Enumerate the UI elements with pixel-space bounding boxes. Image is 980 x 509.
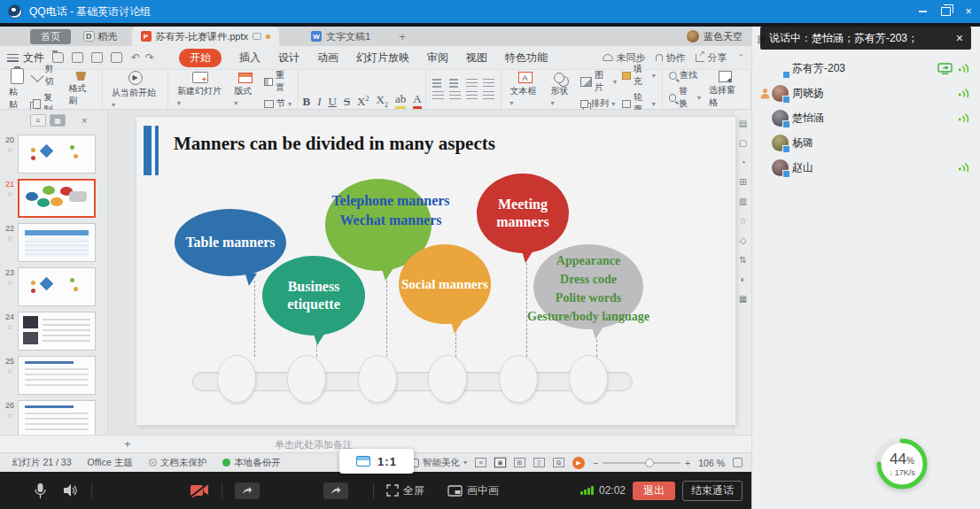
bullets-icon[interactable] (432, 79, 441, 88)
exit-button[interactable]: 退出 (633, 482, 675, 500)
panel-tool-icon[interactable]: ◐ (740, 274, 745, 284)
reading-view-icon[interactable]: ▯ (533, 458, 545, 467)
slide-thumbnail-row[interactable]: 20☆ (2, 135, 104, 174)
notes-view-icon[interactable]: ≡ (475, 458, 486, 467)
member-row[interactable]: 苏有芳-203 (752, 57, 980, 80)
replace-button[interactable]: 替换 ▾ (669, 85, 701, 110)
slideshow-play-button[interactable]: ▶ (572, 457, 585, 469)
arrange-button[interactable]: 排列 ▾ (580, 97, 617, 110)
ribbon-tab-review[interactable]: 审阅 (427, 50, 448, 66)
play-from-current-button[interactable]: ▶从当前开始 ▾ (109, 71, 161, 109)
microphone-button[interactable] (34, 482, 47, 499)
docer-tab[interactable]: D 稻壳 (83, 30, 118, 43)
theme-name[interactable]: Office 主题 (88, 457, 133, 469)
member-row[interactable]: 楚怡涵 (752, 106, 980, 129)
account-area[interactable]: 蓝色天空 (687, 30, 743, 43)
slide-canvas[interactable]: Manners can be divided in many aspects T… (136, 117, 735, 425)
section-button[interactable]: 节 ▾ (264, 97, 292, 110)
slide-thumbnail-row[interactable]: 26☆ (2, 400, 104, 435)
increase-indent-icon[interactable] (483, 79, 494, 88)
justify-icon[interactable] (483, 91, 494, 100)
smart-beautify-button[interactable]: 智能美化 ▾ (410, 457, 467, 469)
slide-thumbnail-row[interactable]: 24☆ (2, 312, 104, 351)
thumbnail-view-toggle[interactable]: ▦ (50, 114, 66, 127)
ribbon-tab-home[interactable]: 开始 (179, 49, 222, 67)
subscript-button[interactable]: X2 (377, 93, 388, 109)
panel-tool-icon[interactable]: ◇ (740, 235, 747, 245)
paste-button[interactable]: 粘贴 (6, 68, 27, 111)
slide-thumbnail-row[interactable]: 23☆ (2, 267, 104, 306)
restore-button[interactable] (934, 0, 957, 23)
underline-button[interactable]: U (328, 95, 336, 109)
share-button[interactable]: 分享 (696, 51, 727, 65)
share-window-button[interactable] (323, 482, 348, 499)
new-tab-button[interactable]: + (399, 30, 406, 43)
document-tab-2[interactable]: W 文字文稿1 (302, 27, 379, 46)
text-box-button[interactable]: A文本框 ▾ (508, 72, 543, 107)
end-call-button[interactable]: 结束通话 (682, 481, 743, 501)
toast-close-icon[interactable]: × (956, 31, 963, 45)
align-right-icon[interactable] (466, 91, 478, 100)
member-row[interactable]: 杨璐 (752, 131, 980, 154)
fit-to-window-icon[interactable] (733, 458, 743, 467)
slide-22-thumbnail[interactable] (18, 223, 96, 262)
format-painter-button[interactable]: 格式刷 (66, 72, 97, 107)
panel-tool-icon[interactable]: ⇅ (739, 255, 746, 265)
panel-tool-icon[interactable]: ▥ (739, 197, 747, 206)
pip-button[interactable]: 画中画 (447, 483, 499, 498)
slide-thumbnail-row[interactable]: 25☆ (2, 356, 104, 395)
member-row[interactable]: 赵山 (752, 156, 980, 179)
panel-tool-icon[interactable]: ▢ (739, 138, 747, 148)
highlight-color-button[interactable]: ab (395, 92, 406, 109)
zoom-knob[interactable] (645, 459, 654, 467)
find-button[interactable]: 查找 (669, 69, 701, 81)
preview-icon[interactable] (111, 52, 122, 63)
panel-close-icon[interactable]: × (82, 115, 87, 126)
slide-20-thumbnail[interactable] (18, 135, 96, 174)
minimize-button[interactable] (911, 0, 934, 23)
panel-tool-icon[interactable]: ⊞ (739, 177, 746, 187)
layout-button[interactable]: 版式 ▾ (231, 73, 259, 107)
collapse-ribbon-icon[interactable]: ⌃ (737, 53, 744, 62)
close-button[interactable]: × (957, 0, 980, 23)
align-left-icon[interactable] (432, 91, 444, 100)
zoom-slider[interactable]: −+ (593, 458, 690, 468)
panel-tool-icon[interactable]: ☆ (739, 216, 747, 226)
panel-tool-icon[interactable]: ▤ (739, 119, 747, 128)
print-icon[interactable] (91, 52, 103, 63)
fill-button[interactable]: 填充 ▾ (622, 63, 656, 88)
ribbon-tab-view[interactable]: 视图 (466, 50, 487, 66)
speaker-button[interactable] (63, 483, 79, 497)
ribbon-tab-animation[interactable]: 动画 (317, 50, 338, 66)
slide-sorter-icon[interactable]: ⊞ (514, 458, 525, 467)
panel-tool-icon[interactable]: ◔ (740, 158, 745, 167)
member-row[interactable]: 周晓扬 (752, 81, 980, 104)
shapes-button[interactable]: 形状 ▾ (548, 73, 576, 107)
align-center-icon[interactable] (449, 91, 461, 100)
slide-21-thumbnail[interactable] (18, 179, 96, 218)
ribbon-tab-insert[interactable]: 插入 (239, 50, 261, 66)
ribbon-tab-design[interactable]: 设计 (278, 50, 299, 66)
outline-view-toggle[interactable]: ≡ (30, 114, 46, 127)
save-icon[interactable] (72, 52, 83, 63)
wps-home-button[interactable]: 首页 (30, 29, 71, 44)
decrease-indent-icon[interactable] (466, 79, 478, 88)
picture-button[interactable]: 图片 ▾ (580, 69, 617, 94)
cut-button[interactable]: 剪切 (33, 63, 60, 88)
selection-pane-button[interactable]: 选择窗格 (706, 71, 744, 109)
scale-indicator-pill[interactable]: 1:1 (339, 449, 414, 474)
protection-status[interactable]: ×文档未保护 (149, 457, 207, 469)
document-tab-active[interactable]: P 苏有芳-比赛课件.pptx (132, 27, 280, 46)
slide-thumbnail-row[interactable]: 21☆ (2, 179, 104, 218)
share-screen-button[interactable] (235, 482, 260, 499)
camera-off-button[interactable] (190, 483, 209, 497)
ribbon-tab-slideshow[interactable]: 幻灯片放映 (356, 50, 409, 66)
bold-button[interactable]: B (302, 95, 310, 109)
strikethrough-button[interactable]: S (344, 95, 350, 109)
slide-thumbnail-row[interactable]: 22☆ (2, 223, 104, 262)
numbering-icon[interactable] (449, 79, 458, 88)
slide-24-thumbnail[interactable] (18, 312, 96, 351)
reset-button[interactable]: 重置 (264, 69, 292, 94)
fullscreen-button[interactable]: 全屏 (386, 483, 424, 498)
presenter-view-icon[interactable]: ⧉ (553, 458, 564, 467)
